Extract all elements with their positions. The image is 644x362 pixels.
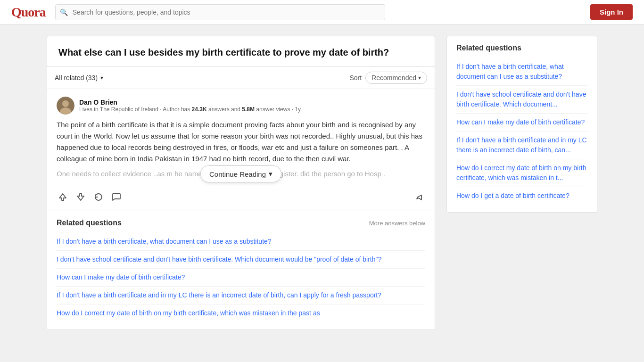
- author-meta: Lives in The Republic of Ireland · Autho…: [79, 106, 301, 113]
- answer-card: Dan O Brien Lives in The Republic of Ire…: [47, 89, 435, 211]
- chevron-down-icon: ▾: [100, 74, 103, 81]
- author-name[interactable]: Dan O Brien: [79, 99, 301, 106]
- svg-point-1: [62, 100, 69, 107]
- sort-dropdown[interactable]: Recommended ▾: [365, 72, 427, 84]
- sidebar-title: Related questions: [456, 44, 587, 52]
- sidebar: Related questions If I don't have a birt…: [446, 36, 597, 213]
- search-icon: 🔍: [60, 8, 68, 16]
- sidebar-link-5[interactable]: How do I get a date of birth certificate…: [456, 187, 587, 205]
- share-button[interactable]: [413, 191, 425, 203]
- sort-chevron-icon: ▾: [418, 74, 421, 81]
- related-link-3[interactable]: If I don't have a birth certificate and …: [57, 287, 425, 304]
- views-text: answer views · 1y: [255, 106, 301, 113]
- content-area: What else can I use besides my birth cer…: [47, 36, 435, 330]
- related-links-list: If I don't have a birth certificate, wha…: [57, 233, 425, 322]
- sort-label: Sort: [349, 74, 362, 82]
- search-bar-container: 🔍: [55, 4, 385, 20]
- comment-button[interactable]: [110, 191, 123, 203]
- sidebar-link-3[interactable]: If I don't have a birth certificate and …: [456, 132, 587, 159]
- refresh-button[interactable]: [92, 191, 105, 203]
- sidebar-link-1[interactable]: I don't have school certificate and don'…: [456, 86, 587, 114]
- sign-in-button[interactable]: Sign In: [590, 4, 633, 20]
- answer-paragraph-1: The point of a birth certificate is that…: [57, 119, 425, 165]
- author-info: Dan O Brien Lives in The Republic of Ire…: [79, 99, 301, 113]
- continue-reading-label: Continue Reading: [209, 170, 266, 178]
- sidebar-link-2[interactable]: How can I make my date of birth certific…: [456, 114, 587, 132]
- sidebar-box: Related questions If I don't have a birt…: [446, 36, 597, 213]
- related-header: Related questions More answers below: [57, 219, 425, 227]
- all-related-label: All related (33): [55, 74, 98, 82]
- continue-reading-section: One needs to collect evidence ..as m he …: [57, 168, 425, 180]
- continue-reading-chevron-icon: ▾: [269, 170, 272, 178]
- answers-count: 24.3K: [192, 106, 207, 113]
- related-link-2[interactable]: How can I make my date of birth certific…: [57, 269, 425, 287]
- main-container: What else can I use besides my birth cer…: [39, 25, 605, 341]
- author-row: Dan O Brien Lives in The Republic of Ire…: [57, 97, 425, 115]
- search-input[interactable]: [55, 4, 385, 20]
- answers-bar: All related (33) ▾ Sort Recommended ▾: [47, 67, 435, 89]
- all-related-filter[interactable]: All related (33) ▾: [55, 74, 103, 82]
- question-title: What else can I use besides my birth cer…: [58, 46, 423, 59]
- more-answers-label: More answers below: [369, 220, 425, 227]
- upvote-button[interactable]: [57, 191, 69, 203]
- related-link-4[interactable]: How do I correct my date of birth on my …: [57, 304, 425, 322]
- answers-text: answers and: [207, 106, 242, 113]
- sidebar-link-4[interactable]: How do I correct my date of birth on my …: [456, 159, 587, 187]
- author-location: Lives in The Republic of Ireland · Autho…: [79, 106, 192, 113]
- continue-reading-button[interactable]: Continue Reading ▾: [200, 165, 281, 182]
- action-bar: [57, 186, 425, 203]
- related-link-0[interactable]: If I don't have a birth certificate, wha…: [57, 233, 425, 251]
- avatar: [57, 97, 74, 115]
- sort-area: Sort Recommended ▾: [349, 72, 427, 84]
- related-questions-main: Related questions More answers below If …: [47, 211, 435, 330]
- views-count: 5.8M: [242, 106, 255, 113]
- related-questions-title: Related questions: [57, 219, 122, 227]
- related-link-1[interactable]: I don't have school certificate and don'…: [57, 251, 425, 269]
- question-box: What else can I use besides my birth cer…: [47, 36, 435, 67]
- downvote-button[interactable]: [74, 191, 87, 203]
- recommended-label: Recommended: [372, 74, 416, 82]
- quora-logo[interactable]: Quora: [11, 5, 46, 20]
- header-right: Sign In: [590, 4, 633, 20]
- header: Quora 🔍 Sign In: [0, 0, 644, 25]
- sidebar-link-0[interactable]: If I don't have a birth certificate, wha…: [456, 58, 587, 86]
